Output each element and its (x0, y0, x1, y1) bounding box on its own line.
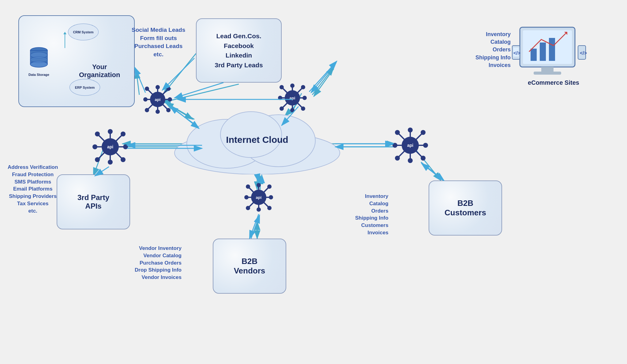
svg-point-79 (290, 108, 295, 112)
b2b-customers-line2: Customers (445, 208, 486, 217)
svg-line-156 (422, 163, 443, 180)
svg-point-92 (92, 144, 97, 149)
svg-point-26 (30, 57, 47, 63)
b2b-vendors-box: B2B Vendors (213, 239, 286, 294)
svg-text:api: api (107, 144, 113, 149)
vendor-inputs-label: Vendor Inventory Vendor Catalog Purchase… (135, 245, 182, 281)
erp-label: ERP System (75, 86, 95, 89)
svg-text:</>: </> (580, 50, 587, 56)
svg-point-128 (392, 143, 397, 148)
svg-line-9 (314, 69, 334, 96)
api-node-bottom: api (242, 180, 276, 215)
svg-point-97 (108, 160, 113, 165)
b2b-customers-box: B2B Customers (429, 180, 502, 236)
lead-gen-line3: Linkedin (215, 50, 263, 60)
svg-point-112 (246, 206, 250, 210)
lead-gen-line1: Lead Gen.Cos. (215, 31, 263, 41)
third-party-line2: APIs (85, 202, 101, 210)
svg-text:api: api (256, 195, 262, 200)
lead-gen-inputs-label: Social Media Leads Form fill outs Purcha… (132, 26, 185, 58)
svg-point-111 (269, 195, 273, 199)
api-node-mid-left: api (92, 128, 129, 166)
svg-line-155 (421, 162, 444, 180)
crm-label: CRM System (73, 30, 93, 34)
svg-point-75 (302, 96, 307, 100)
svg-point-76 (280, 106, 284, 111)
data-storage-area: Data Storage (28, 46, 50, 76)
ecommerce-area: </> </> eCommerce Sites (505, 15, 603, 95)
svg-line-8 (312, 67, 334, 95)
svg-rect-31 (531, 49, 537, 61)
storage-label: Data Storage (28, 73, 50, 76)
svg-line-153 (250, 214, 259, 239)
erp-system-bubble: ERP System (69, 79, 100, 96)
your-org-title: Your Organization (71, 63, 128, 79)
b2b-customers-line1: B2B (457, 199, 473, 208)
svg-rect-30 (523, 30, 572, 64)
crm-system-bubble: CRM System (68, 24, 99, 40)
svg-text:api: api (407, 143, 413, 148)
svg-text:api: api (290, 96, 295, 100)
svg-point-73 (301, 85, 305, 89)
svg-point-55 (166, 87, 171, 91)
svg-text:api: api (155, 97, 161, 102)
svg-point-90 (95, 132, 100, 136)
svg-point-96 (108, 129, 113, 134)
svg-line-144 (311, 63, 336, 93)
svg-point-127 (421, 130, 426, 135)
svg-point-130 (395, 156, 400, 161)
svg-line-154 (251, 215, 260, 239)
svg-point-129 (423, 143, 428, 148)
svg-rect-32 (540, 43, 546, 61)
svg-marker-28 (63, 32, 66, 34)
svg-point-58 (145, 108, 149, 112)
svg-rect-33 (549, 38, 555, 61)
svg-point-110 (244, 195, 249, 199)
your-org-box: CRM System ERP System Data Storage Your … (18, 15, 135, 107)
svg-point-109 (267, 184, 272, 189)
svg-point-94 (95, 157, 100, 162)
svg-point-95 (121, 157, 126, 162)
svg-point-126 (395, 130, 400, 135)
svg-line-143 (309, 61, 337, 92)
lead-gen-line2: Facebook (215, 41, 263, 51)
api-node-mid-right: api (392, 127, 429, 165)
lead-gen-box: Lead Gen.Cos. Facebook Linkedin 3rd Part… (196, 18, 282, 83)
svg-point-72 (280, 85, 284, 89)
b2b-customer-inputs-label: Inventory Catalog Orders Shipping Info C… (355, 193, 389, 236)
lead-gen-line4: 3rd Party Leads (215, 60, 263, 70)
svg-line-5 (136, 70, 139, 95)
third-party-inputs-label: Address Verification Fraud Protection SM… (8, 164, 58, 215)
svg-point-77 (301, 106, 305, 111)
svg-text:</>: </> (513, 50, 520, 56)
b2b-vendors-line1: B2B (242, 257, 257, 266)
svg-line-139 (175, 83, 223, 98)
svg-point-78 (290, 84, 295, 88)
svg-point-133 (408, 158, 413, 163)
b2b-vendors-line2: Vendors (234, 266, 265, 276)
svg-point-114 (257, 183, 261, 187)
svg-point-59 (166, 108, 171, 112)
svg-point-56 (143, 97, 148, 102)
svg-point-131 (421, 156, 426, 161)
svg-point-57 (168, 97, 172, 102)
svg-point-61 (156, 110, 160, 114)
api-node-top-right: api (276, 81, 309, 116)
svg-point-91 (121, 132, 126, 136)
svg-point-113 (267, 206, 272, 210)
svg-point-108 (246, 184, 250, 189)
svg-point-115 (257, 207, 261, 212)
svg-point-60 (156, 85, 160, 89)
lead-gen-content: Lead Gen.Cos. Facebook Linkedin 3rd Part… (215, 31, 263, 70)
cloud-label: Internet Cloud (226, 135, 288, 145)
svg-point-74 (278, 96, 282, 100)
ecommerce-monitor-svg: </> </> (511, 24, 596, 85)
svg-point-93 (123, 144, 128, 149)
diagram: CRM System ERP System Data Storage Your … (0, 0, 627, 364)
third-party-line1: 3rd Party (77, 193, 109, 202)
svg-rect-36 (534, 72, 561, 75)
ecommerce-inputs-label: Inventory Catalog Orders Shipping Info I… (475, 31, 511, 69)
ecommerce-label: eCommerce Sites (528, 79, 579, 86)
svg-point-54 (145, 87, 149, 91)
api-node-top-left: api (141, 83, 175, 117)
